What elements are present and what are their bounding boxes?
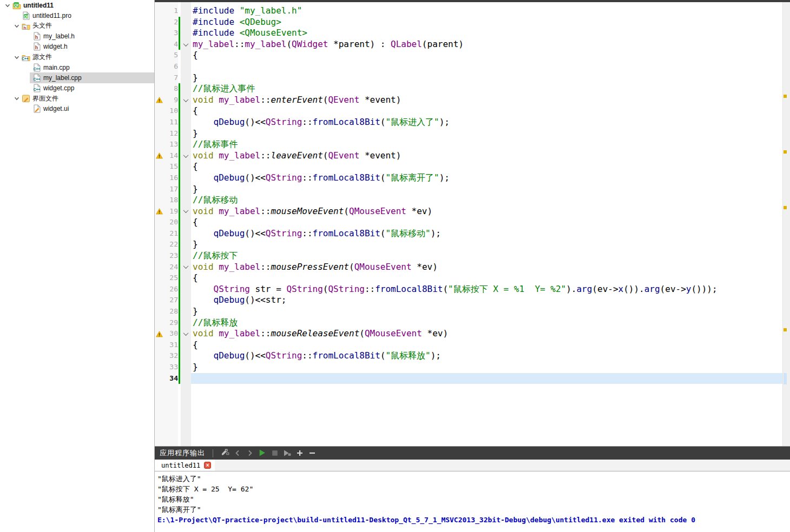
code-line-27[interactable]: 27 qDebug()<<str; (155, 295, 782, 306)
code-text[interactable]: void my_label::mouseReleaseEvent(QMouseE… (191, 328, 782, 340)
code-line-32[interactable]: 32 qDebug()<<QString::fromLocal8Bit("鼠标释… (155, 350, 782, 362)
code-text[interactable]: { (191, 272, 782, 284)
fold-chevron-icon[interactable] (181, 206, 191, 217)
code-text[interactable]: void my_label::leaveEvent(QEvent *event) (191, 150, 782, 162)
code-text[interactable]: void my_label::mousePressEvent(QMouseEve… (191, 262, 782, 273)
expand-chevron-icon[interactable] (12, 95, 21, 102)
code-line-15[interactable]: 15{ (155, 161, 782, 172)
code-text[interactable]: } (191, 128, 782, 139)
code-line-33[interactable]: 33} (155, 362, 782, 373)
tree-item--[interactable]: C++源文件 (0, 52, 154, 62)
run-debug-icon[interactable] (281, 448, 293, 458)
code-line-5[interactable]: 5{ (155, 50, 782, 61)
fold-chevron-icon[interactable] (181, 95, 191, 106)
code-text[interactable]: qDebug()<<QString::fromLocal8Bit("鼠标移动")… (191, 228, 782, 240)
application-output-text[interactable]: "鼠标进入了""鼠标按下 X = 25 Y= 62""鼠标释放""鼠标离开了"E… (155, 471, 790, 525)
code-text[interactable]: //鼠标事件 (191, 139, 782, 150)
tree-item-widget.ui[interactable]: widget.ui (0, 104, 154, 114)
code-line-2[interactable]: 2#include <QDebug> (155, 17, 782, 28)
code-line-8[interactable]: 8//鼠标进入事件 (155, 83, 782, 95)
stop-icon[interactable] (268, 448, 281, 458)
code-text[interactable]: #include <QDebug> (191, 17, 782, 28)
clear-output-icon[interactable] (219, 447, 231, 458)
code-text[interactable]: void my_label::enterEvent(QEvent *event) (191, 95, 782, 106)
code-line-26[interactable]: 26 QString str = QString(QString::fromLo… (155, 284, 782, 295)
code-editor[interactable]: 1#include "my_label.h"2#include <QDebug>… (155, 2, 790, 446)
code-text[interactable]: //鼠标进入事件 (191, 83, 782, 95)
zoom-in-icon[interactable] (293, 448, 306, 458)
code-line-3[interactable]: 3#include <QMouseEvent> (155, 28, 782, 39)
code-text[interactable]: { (191, 105, 782, 117)
tree-item-untitled11.pro[interactable]: Qtuntitled11.pro (0, 10, 154, 21)
code-line-18[interactable]: 18//鼠标移动 (155, 195, 782, 206)
run-icon[interactable] (256, 448, 268, 458)
code-line-29[interactable]: 29//鼠标释放 (155, 317, 782, 329)
tree-item-widget.h[interactable]: hwidget.h (0, 42, 154, 52)
tree-item-my_label.cpp[interactable]: C++my_label.cpp (0, 72, 154, 83)
code-text[interactable]: qDebug()<<QString::fromLocal8Bit("鼠标离开了"… (191, 172, 782, 184)
tree-item--[interactable]: h头文件 (0, 21, 154, 31)
code-line-23[interactable]: 23//鼠标按下 (155, 250, 782, 262)
code-text[interactable]: } (191, 362, 782, 373)
tree-item-widget.cpp[interactable]: C++widget.cpp (0, 83, 154, 94)
fold-chevron-icon[interactable] (181, 39, 191, 50)
next-item-icon[interactable] (243, 448, 256, 458)
code-line-22[interactable]: 22} (155, 239, 782, 250)
code-text[interactable]: //鼠标按下 (191, 250, 782, 262)
code-text[interactable]: } (191, 184, 782, 195)
code-line-10[interactable]: 10{ (155, 105, 782, 117)
code-line-13[interactable]: 13//鼠标事件 (155, 139, 782, 150)
code-line-28[interactable]: 28} (155, 306, 782, 317)
code-text[interactable]: { (191, 340, 782, 351)
code-line-7[interactable]: 7} (155, 72, 782, 84)
editor-scrollbar[interactable] (782, 2, 790, 446)
code-text[interactable]: } (191, 239, 782, 250)
code-text[interactable]: qDebug()<<QString::fromLocal8Bit("鼠标进入了"… (191, 117, 782, 128)
code-text[interactable]: { (191, 161, 782, 172)
code-line-24[interactable]: 24void my_label::mousePressEvent(QMouseE… (155, 262, 782, 273)
code-text[interactable]: } (191, 72, 782, 84)
prev-item-icon[interactable] (231, 448, 243, 458)
tree-item-untitled11[interactable]: Qtuntitled11 (0, 0, 154, 10)
code-line-1[interactable]: 1#include "my_label.h" (155, 5, 782, 17)
fold-chevron-icon[interactable] (181, 262, 191, 273)
tree-item-main.cpp[interactable]: C++main.cpp (0, 62, 154, 72)
code-line-16[interactable]: 16 qDebug()<<QString::fromLocal8Bit("鼠标离… (155, 172, 782, 184)
code-text[interactable]: QString str = QString(QString::fromLocal… (191, 284, 782, 295)
expand-chevron-icon[interactable] (12, 54, 21, 61)
tree-item-my_label.h[interactable]: hmy_label.h (0, 31, 154, 42)
code-line-25[interactable]: 25{ (155, 272, 782, 284)
fold-chevron-icon[interactable] (181, 150, 191, 162)
code-text[interactable]: qDebug()<<str; (191, 295, 782, 306)
code-line-34[interactable]: 34 (155, 373, 782, 384)
code-text[interactable]: } (191, 306, 782, 317)
code-line-31[interactable]: 31{ (155, 340, 782, 351)
code-text[interactable]: my_label::my_label(QWidget *parent) : QL… (191, 39, 782, 50)
fold-chevron-icon[interactable] (181, 328, 191, 340)
code-line-21[interactable]: 21 qDebug()<<QString::fromLocal8Bit("鼠标移… (155, 228, 782, 240)
code-line-17[interactable]: 17} (155, 184, 782, 195)
expand-chevron-icon[interactable] (3, 2, 12, 9)
code-text[interactable]: { (191, 217, 782, 228)
tree-item--[interactable]: 界面文件 (0, 94, 154, 104)
code-text[interactable]: void my_label::mouseMoveEvent(QMouseEven… (191, 206, 782, 217)
code-text[interactable] (191, 61, 782, 72)
code-text[interactable]: #include <QMouseEvent> (191, 28, 782, 39)
code-line-11[interactable]: 11 qDebug()<<QString::fromLocal8Bit("鼠标进… (155, 117, 782, 128)
code-line-4[interactable]: 4my_label::my_label(QWidget *parent) : Q… (155, 39, 782, 50)
code-line-9[interactable]: 9void my_label::enterEvent(QEvent *event… (155, 95, 782, 106)
zoom-out-icon[interactable] (306, 448, 318, 458)
code-line-6[interactable]: 6 (155, 61, 782, 72)
expand-chevron-icon[interactable] (12, 22, 21, 30)
code-text[interactable]: qDebug()<<QString::fromLocal8Bit("鼠标释放")… (191, 350, 782, 362)
code-line-30[interactable]: 30void my_label::mouseReleaseEvent(QMous… (155, 328, 782, 340)
code-line-12[interactable]: 12} (155, 128, 782, 139)
close-tab-icon[interactable]: × (204, 462, 211, 469)
code-text[interactable]: //鼠标移动 (191, 195, 782, 206)
code-text[interactable]: //鼠标释放 (191, 317, 782, 329)
code-text[interactable] (191, 373, 782, 384)
code-text[interactable]: #include "my_label.h" (191, 5, 782, 17)
code-line-19[interactable]: 19void my_label::mouseMoveEvent(QMouseEv… (155, 206, 782, 217)
code-line-20[interactable]: 20{ (155, 217, 782, 228)
code-line-14[interactable]: 14void my_label::leaveEvent(QEvent *even… (155, 150, 782, 162)
